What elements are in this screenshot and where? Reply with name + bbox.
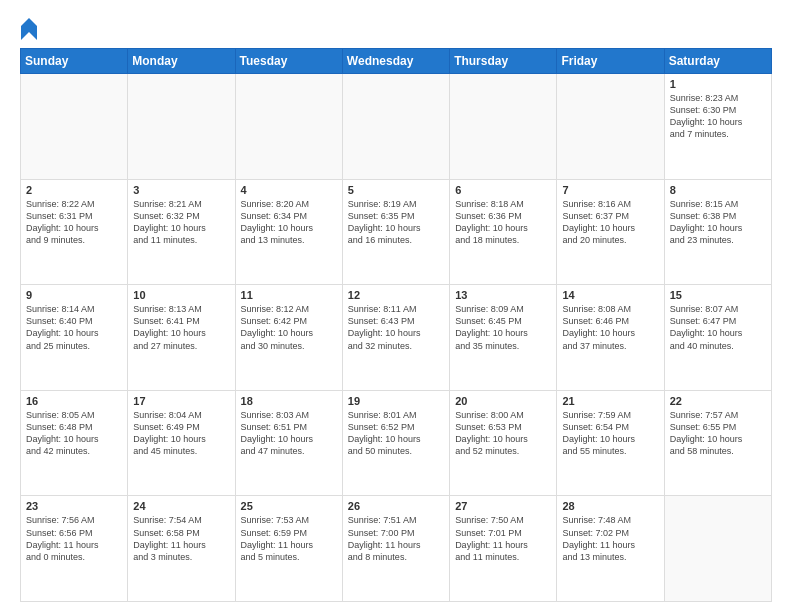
day-number: 14 bbox=[562, 289, 658, 301]
calendar-cell: 17Sunrise: 8:04 AM Sunset: 6:49 PM Dayli… bbox=[128, 390, 235, 496]
cell-daylight-info: Sunrise: 7:59 AM Sunset: 6:54 PM Dayligh… bbox=[562, 409, 658, 458]
cell-daylight-info: Sunrise: 8:13 AM Sunset: 6:41 PM Dayligh… bbox=[133, 303, 229, 352]
calendar-cell bbox=[557, 74, 664, 180]
weekday-header-tuesday: Tuesday bbox=[235, 49, 342, 74]
day-number: 2 bbox=[26, 184, 122, 196]
day-number: 15 bbox=[670, 289, 766, 301]
calendar-cell: 21Sunrise: 7:59 AM Sunset: 6:54 PM Dayli… bbox=[557, 390, 664, 496]
day-number: 20 bbox=[455, 395, 551, 407]
weekday-header-friday: Friday bbox=[557, 49, 664, 74]
cell-daylight-info: Sunrise: 8:16 AM Sunset: 6:37 PM Dayligh… bbox=[562, 198, 658, 247]
calendar-cell: 10Sunrise: 8:13 AM Sunset: 6:41 PM Dayli… bbox=[128, 285, 235, 391]
calendar-cell: 16Sunrise: 8:05 AM Sunset: 6:48 PM Dayli… bbox=[21, 390, 128, 496]
calendar-cell: 13Sunrise: 8:09 AM Sunset: 6:45 PM Dayli… bbox=[450, 285, 557, 391]
calendar-cell: 9Sunrise: 8:14 AM Sunset: 6:40 PM Daylig… bbox=[21, 285, 128, 391]
calendar-cell bbox=[342, 74, 449, 180]
calendar-cell: 8Sunrise: 8:15 AM Sunset: 6:38 PM Daylig… bbox=[664, 179, 771, 285]
cell-daylight-info: Sunrise: 8:12 AM Sunset: 6:42 PM Dayligh… bbox=[241, 303, 337, 352]
calendar-cell bbox=[21, 74, 128, 180]
calendar-cell: 18Sunrise: 8:03 AM Sunset: 6:51 PM Dayli… bbox=[235, 390, 342, 496]
week-row-0: 1Sunrise: 8:23 AM Sunset: 6:30 PM Daylig… bbox=[21, 74, 772, 180]
day-number: 16 bbox=[26, 395, 122, 407]
day-number: 18 bbox=[241, 395, 337, 407]
logo bbox=[20, 18, 38, 40]
cell-daylight-info: Sunrise: 8:05 AM Sunset: 6:48 PM Dayligh… bbox=[26, 409, 122, 458]
calendar-cell bbox=[450, 74, 557, 180]
week-row-3: 16Sunrise: 8:05 AM Sunset: 6:48 PM Dayli… bbox=[21, 390, 772, 496]
day-number: 12 bbox=[348, 289, 444, 301]
calendar-cell: 15Sunrise: 8:07 AM Sunset: 6:47 PM Dayli… bbox=[664, 285, 771, 391]
calendar-cell: 19Sunrise: 8:01 AM Sunset: 6:52 PM Dayli… bbox=[342, 390, 449, 496]
cell-daylight-info: Sunrise: 8:08 AM Sunset: 6:46 PM Dayligh… bbox=[562, 303, 658, 352]
svg-marker-0 bbox=[21, 18, 37, 40]
page: SundayMondayTuesdayWednesdayThursdayFrid… bbox=[0, 0, 792, 612]
calendar-cell: 24Sunrise: 7:54 AM Sunset: 6:58 PM Dayli… bbox=[128, 496, 235, 602]
cell-daylight-info: Sunrise: 7:56 AM Sunset: 6:56 PM Dayligh… bbox=[26, 514, 122, 563]
cell-daylight-info: Sunrise: 7:57 AM Sunset: 6:55 PM Dayligh… bbox=[670, 409, 766, 458]
day-number: 11 bbox=[241, 289, 337, 301]
cell-daylight-info: Sunrise: 8:00 AM Sunset: 6:53 PM Dayligh… bbox=[455, 409, 551, 458]
day-number: 17 bbox=[133, 395, 229, 407]
weekday-header-saturday: Saturday bbox=[664, 49, 771, 74]
calendar-cell bbox=[128, 74, 235, 180]
day-number: 9 bbox=[26, 289, 122, 301]
day-number: 23 bbox=[26, 500, 122, 512]
calendar-table: SundayMondayTuesdayWednesdayThursdayFrid… bbox=[20, 48, 772, 602]
day-number: 7 bbox=[562, 184, 658, 196]
calendar-cell: 1Sunrise: 8:23 AM Sunset: 6:30 PM Daylig… bbox=[664, 74, 771, 180]
cell-daylight-info: Sunrise: 8:21 AM Sunset: 6:32 PM Dayligh… bbox=[133, 198, 229, 247]
calendar-cell: 6Sunrise: 8:18 AM Sunset: 6:36 PM Daylig… bbox=[450, 179, 557, 285]
calendar-cell: 12Sunrise: 8:11 AM Sunset: 6:43 PM Dayli… bbox=[342, 285, 449, 391]
calendar-cell: 14Sunrise: 8:08 AM Sunset: 6:46 PM Dayli… bbox=[557, 285, 664, 391]
week-row-2: 9Sunrise: 8:14 AM Sunset: 6:40 PM Daylig… bbox=[21, 285, 772, 391]
day-number: 3 bbox=[133, 184, 229, 196]
cell-daylight-info: Sunrise: 7:48 AM Sunset: 7:02 PM Dayligh… bbox=[562, 514, 658, 563]
day-number: 13 bbox=[455, 289, 551, 301]
cell-daylight-info: Sunrise: 8:04 AM Sunset: 6:49 PM Dayligh… bbox=[133, 409, 229, 458]
cell-daylight-info: Sunrise: 8:23 AM Sunset: 6:30 PM Dayligh… bbox=[670, 92, 766, 141]
calendar-cell bbox=[235, 74, 342, 180]
cell-daylight-info: Sunrise: 8:15 AM Sunset: 6:38 PM Dayligh… bbox=[670, 198, 766, 247]
day-number: 19 bbox=[348, 395, 444, 407]
day-number: 10 bbox=[133, 289, 229, 301]
cell-daylight-info: Sunrise: 8:07 AM Sunset: 6:47 PM Dayligh… bbox=[670, 303, 766, 352]
day-number: 5 bbox=[348, 184, 444, 196]
cell-daylight-info: Sunrise: 8:14 AM Sunset: 6:40 PM Dayligh… bbox=[26, 303, 122, 352]
calendar-cell: 27Sunrise: 7:50 AM Sunset: 7:01 PM Dayli… bbox=[450, 496, 557, 602]
day-number: 21 bbox=[562, 395, 658, 407]
calendar-cell: 7Sunrise: 8:16 AM Sunset: 6:37 PM Daylig… bbox=[557, 179, 664, 285]
day-number: 8 bbox=[670, 184, 766, 196]
day-number: 1 bbox=[670, 78, 766, 90]
cell-daylight-info: Sunrise: 8:18 AM Sunset: 6:36 PM Dayligh… bbox=[455, 198, 551, 247]
calendar-cell: 5Sunrise: 8:19 AM Sunset: 6:35 PM Daylig… bbox=[342, 179, 449, 285]
day-number: 24 bbox=[133, 500, 229, 512]
day-number: 28 bbox=[562, 500, 658, 512]
day-number: 4 bbox=[241, 184, 337, 196]
calendar-cell: 25Sunrise: 7:53 AM Sunset: 6:59 PM Dayli… bbox=[235, 496, 342, 602]
calendar-cell: 23Sunrise: 7:56 AM Sunset: 6:56 PM Dayli… bbox=[21, 496, 128, 602]
cell-daylight-info: Sunrise: 8:01 AM Sunset: 6:52 PM Dayligh… bbox=[348, 409, 444, 458]
cell-daylight-info: Sunrise: 8:11 AM Sunset: 6:43 PM Dayligh… bbox=[348, 303, 444, 352]
day-number: 27 bbox=[455, 500, 551, 512]
cell-daylight-info: Sunrise: 7:54 AM Sunset: 6:58 PM Dayligh… bbox=[133, 514, 229, 563]
calendar-cell bbox=[664, 496, 771, 602]
weekday-header-wednesday: Wednesday bbox=[342, 49, 449, 74]
calendar-cell: 11Sunrise: 8:12 AM Sunset: 6:42 PM Dayli… bbox=[235, 285, 342, 391]
calendar-cell: 3Sunrise: 8:21 AM Sunset: 6:32 PM Daylig… bbox=[128, 179, 235, 285]
header bbox=[20, 18, 772, 40]
week-row-1: 2Sunrise: 8:22 AM Sunset: 6:31 PM Daylig… bbox=[21, 179, 772, 285]
weekday-header-sunday: Sunday bbox=[21, 49, 128, 74]
calendar-cell: 26Sunrise: 7:51 AM Sunset: 7:00 PM Dayli… bbox=[342, 496, 449, 602]
cell-daylight-info: Sunrise: 8:09 AM Sunset: 6:45 PM Dayligh… bbox=[455, 303, 551, 352]
cell-daylight-info: Sunrise: 8:19 AM Sunset: 6:35 PM Dayligh… bbox=[348, 198, 444, 247]
logo-icon bbox=[21, 18, 37, 40]
cell-daylight-info: Sunrise: 8:22 AM Sunset: 6:31 PM Dayligh… bbox=[26, 198, 122, 247]
cell-daylight-info: Sunrise: 7:51 AM Sunset: 7:00 PM Dayligh… bbox=[348, 514, 444, 563]
calendar-cell: 28Sunrise: 7:48 AM Sunset: 7:02 PM Dayli… bbox=[557, 496, 664, 602]
day-number: 6 bbox=[455, 184, 551, 196]
week-row-4: 23Sunrise: 7:56 AM Sunset: 6:56 PM Dayli… bbox=[21, 496, 772, 602]
cell-daylight-info: Sunrise: 7:53 AM Sunset: 6:59 PM Dayligh… bbox=[241, 514, 337, 563]
calendar-cell: 20Sunrise: 8:00 AM Sunset: 6:53 PM Dayli… bbox=[450, 390, 557, 496]
calendar-cell: 2Sunrise: 8:22 AM Sunset: 6:31 PM Daylig… bbox=[21, 179, 128, 285]
weekday-header-row: SundayMondayTuesdayWednesdayThursdayFrid… bbox=[21, 49, 772, 74]
